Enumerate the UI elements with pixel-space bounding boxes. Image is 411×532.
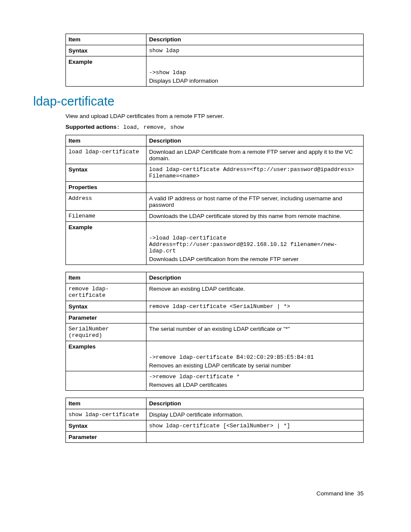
syntax-label: Syntax [66,45,146,56]
example-code: ->show ldap [149,69,361,76]
example2-code: ->remove ldap-certificate * [149,373,361,380]
example-content: ->load ldap-certificate Address=ftp://us… [146,233,364,265]
table-header-item: Item [66,272,146,283]
parameter-serialnumber: SerialNumber (required) [66,324,146,341]
table-remove-ldap-cert: Item Description remove ldap-certificate… [65,272,364,391]
syntax-code: remove ldap-certificate <SerialNumber | … [146,301,364,312]
syntax-label: Syntax [66,420,146,432]
command-description: Download an LDAP Certificate from a remo… [146,146,364,164]
supported-values: : load, remove, show [117,124,184,131]
command-description: Remove an existing LDAP certificate. [146,283,364,301]
empty-cell [66,352,146,371]
syntax-code: show ldap-certificate [<SerialNumber> | … [146,420,364,432]
table-header-item: Item [66,398,146,409]
example-label: Example [66,56,146,68]
command-name: remove ldap-certificate [66,283,146,301]
examples-label: Examples [66,341,146,352]
empty-cell [66,67,146,87]
supported-actions: Supported actions: load, remove, show [65,124,364,131]
parameter-label: Parameter [66,312,146,324]
syntax-label: Syntax [66,164,146,182]
syntax-value: show ldap [146,45,364,56]
example-content: ->show ldap Displays LDAP information [146,67,364,87]
empty-cell [146,432,364,443]
command-description: Display LDAP certificate information. [146,409,364,420]
footer-page-number: 35 [357,490,364,497]
section-intro: View and upload LDAP certificates from a… [65,113,364,119]
property-filename: Filename [66,211,146,222]
empty-cell [146,182,364,193]
example1-description: Removes an existing LDAP certificate by … [149,362,361,369]
command-name: show ldap-certificate [66,409,146,420]
example1-code: ->remove ldap-certificate B4:02:C0:29:B5… [149,354,361,361]
syntax-code: load ldap-certificate Address=<ftp://use… [146,164,364,182]
example-description: Downloads LDAP certification from the re… [149,256,361,262]
parameter-serialnumber-desc: The serial number of an existing LDAP ce… [146,324,364,341]
parameter-label: Parameter [66,432,146,443]
table-header-item: Item [66,34,146,45]
example2-description: Removes all LDAP certificates [149,382,361,388]
empty-cell [66,371,146,391]
syntax-label: Syntax [66,301,146,312]
example-description: Displays LDAP information [149,78,361,84]
table-header-description: Description [146,398,364,409]
property-address-desc: A valid IP address or host name of the F… [146,193,364,211]
example1-content: ->remove ldap-certificate B4:02:C0:29:B5… [146,352,364,371]
empty-cell [66,233,146,265]
table-header-description: Description [146,135,364,146]
table-show-ldap: Item Description Syntax show ldap Exampl… [65,34,364,87]
properties-label: Properties [66,182,146,193]
section-heading: ldap-certificate [33,94,364,109]
example2-content: ->remove ldap-certificate * Removes all … [146,371,364,391]
command-name: load ldap-certificate [66,146,146,164]
table-header-description: Description [146,272,364,283]
table-header-item: Item [66,135,146,146]
example-code: ->load ldap-certificate Address=ftp://us… [149,235,361,254]
empty-cell [146,222,364,233]
table-show-ldap-cert: Item Description show ldap-certificate D… [65,398,364,443]
property-address: Address [66,193,146,211]
table-load-ldap-cert: Item Description load ldap-certificate D… [65,135,364,265]
empty-cell [146,341,364,352]
empty-cell [146,56,364,68]
footer-section: Command line [316,490,354,497]
empty-cell [146,312,364,324]
example-label: Example [66,222,146,233]
property-filename-desc: Downloads the LDAP certificate stored by… [146,211,364,222]
table-header-description: Description [146,34,364,45]
page-footer: Command line 35 [33,490,364,497]
supported-label: Supported actions [65,124,117,130]
